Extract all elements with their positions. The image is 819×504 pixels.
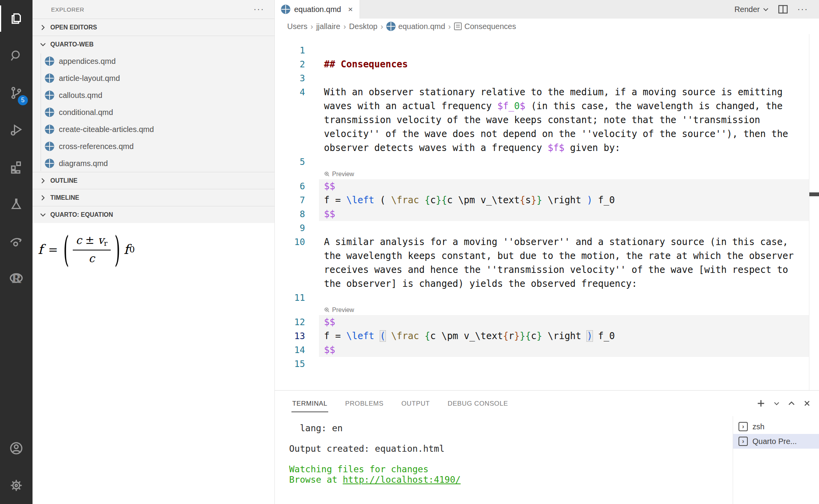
maximize-panel-icon[interactable] [788,400,795,407]
close-icon[interactable]: × [348,5,353,14]
code-token: $ [520,101,525,111]
terminal-dropdown-icon[interactable] [774,401,780,406]
code-line-text [319,71,809,85]
code-token: { [520,195,525,206]
chevron-down-icon [39,212,47,218]
code-line[interactable]: waves with an actual frequency $f_0$ (in… [275,99,809,113]
code-line[interactable]: 8$$ [275,207,809,221]
line-number: 2 [275,57,305,71]
code-token: f = [324,195,346,206]
section-quarto-web[interactable]: QUARTO-WEB [33,36,274,53]
panel-tab-terminal[interactable]: TERMINAL [291,394,328,412]
section-outline[interactable]: OUTLINE [33,172,274,189]
file-row-cross-references.qmd[interactable]: cross-references.qmd [33,138,274,155]
equation-fraction: c ± vr c [73,234,111,265]
code-line[interactable]: 11 [275,291,809,305]
code-token: c [531,331,536,341]
close-panel-icon[interactable] [804,400,810,407]
code-token: { [441,195,447,206]
editor-more-icon[interactable]: ··· [797,7,808,11]
breadcrumb-item-equation.qmd[interactable]: equation.qmd [386,22,445,31]
code-lens-label: Preview [332,305,354,315]
section-timeline[interactable]: TIMELINE [33,189,274,206]
r-icon[interactable]: R [0,260,33,297]
panel-tab-output[interactable]: OUTPUT [401,394,430,412]
code-line[interactable]: observer detects waves with a frequency … [275,141,809,155]
code-line[interactable]: transmission velocity of the wave keeps … [275,113,809,127]
overview-ruler[interactable] [809,34,819,390]
code-line[interactable]: 3 [275,71,809,85]
settings-gear-icon[interactable] [0,467,33,504]
testing-icon[interactable] [0,186,33,223]
code-token: With an observer stationary relative to … [324,87,783,98]
code-token: 0 [514,101,519,111]
code-line-text: $$ [319,179,809,193]
explorer-header: EXPLORER ··· [33,0,274,19]
file-row-create-citeable-articles.qmd[interactable]: create-citeable-articles.qmd [33,121,274,138]
code-line[interactable]: 1 [275,43,809,57]
code-token: transmission velocity of the wave keeps … [324,115,760,125]
breadcrumb-separator: › [448,22,451,31]
breadcrumb-item-Desktop[interactable]: Desktop [349,22,377,31]
code-line[interactable]: 5 [275,155,809,169]
quarto-icon[interactable] [0,223,33,260]
terminal-output[interactable]: lang: en Output created: equation.html W… [275,416,733,504]
file-row-conditional.qmd[interactable]: conditional.qmd [33,104,274,121]
file-row-diagrams.qmd[interactable]: diagrams.qmd [33,155,274,172]
code-line[interactable]: 13f = \left ( \frac {c \pm v_\text{r}}{c… [275,329,809,343]
code-line[interactable]: receives waves and hence the ''transmiss… [275,263,809,277]
section-open-editors[interactable]: OPEN EDITORS [33,19,274,36]
tab-equation-qmd[interactable]: equation.qmd × [275,0,360,19]
terminal-instance-Quarto-Pre-[interactable]: ›Quarto Pre... [733,434,819,449]
terminal-instance-zsh[interactable]: ›zsh [733,419,819,434]
extensions-icon[interactable] [0,149,33,186]
render-button[interactable]: Render [734,5,769,14]
code-line-text: waves with an actual frequency $f_0$ (in… [319,99,809,113]
code-line[interactable]: velocity'' of the wave does not depend o… [275,127,809,141]
quarto-equation-webview: f = ( c ± vr c ) f 0 [33,223,274,504]
code-line[interactable]: 6$$ [275,179,809,193]
code-line[interactable]: 12$$ [275,315,809,329]
code-line[interactable]: 7f = \left ( \frac {c}{c \pm v_\text{s}}… [275,193,809,207]
file-row-callouts.qmd[interactable]: callouts.qmd [33,87,274,104]
code-lens-preview[interactable]: Preview [319,169,354,179]
explorer-more-icon[interactable]: ··· [254,7,264,11]
quarto-file-icon [281,5,290,14]
new-terminal-icon[interactable] [757,399,765,408]
code-line-text: observer detects waves with a frequency … [319,141,809,155]
source-control-icon[interactable]: 5 [0,74,33,111]
line-number: 14 [275,343,305,357]
explorer-icon[interactable] [0,0,33,37]
code-line[interactable]: 2## Consequences [275,57,809,71]
code-line-text: $$ [319,315,809,329]
file-row-appendices.qmd[interactable]: appendices.qmd [33,53,274,70]
breadcrumb-item-jjallaire[interactable]: jjallaire [316,22,340,31]
code-line[interactable]: the wavelength keeps constant, but due t… [275,249,809,263]
code-editor[interactable]: 12## Consequences34With an observer stat… [275,34,819,390]
run-debug-icon[interactable] [0,111,33,149]
account-icon[interactable] [0,430,33,467]
panel-tab-problems[interactable]: PROBLEMS [344,394,384,412]
code-line-text: $$ [319,343,809,357]
file-row-article-layout.qmd[interactable]: article-layout.qmd [33,70,274,87]
breadcrumb-item-Users[interactable]: Users [287,22,307,31]
line-number [275,263,305,277]
terminal-line [289,434,733,444]
panel-tab-debug-console[interactable]: DEBUG CONSOLE [447,394,509,412]
code-line[interactable]: 9 [275,221,809,235]
code-token: velocity'' of the wave does not depend o… [324,129,788,139]
breadcrumb-item-Consequences[interactable]: Consequences [454,22,516,31]
search-icon[interactable] [0,37,33,74]
code-line[interactable]: 4With an observer stationary relative to… [275,85,809,99]
code-line-text [319,291,809,305]
terminal-link[interactable]: http://localhost:4190/ [343,475,461,485]
code-line[interactable]: 14$$ [275,343,809,357]
split-editor-icon[interactable] [778,5,788,14]
code-line[interactable]: 15 [275,357,809,371]
section-quarto-equation[interactable]: QUARTO: EQUATION [33,206,274,223]
code-line[interactable]: the observer] is changed) yields the obs… [275,277,809,291]
code-line-text [319,155,809,169]
code-lens-preview[interactable]: Preview [319,305,354,315]
code-line-text: f = \left ( \frac {c}{c \pm v_\text{s}} … [319,193,809,207]
code-line[interactable]: 10A similar analysis for a moving ''obse… [275,235,809,249]
